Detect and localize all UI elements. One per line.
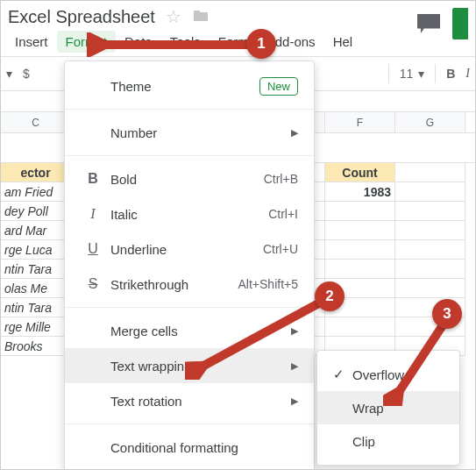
star-icon[interactable]: ☆ (166, 6, 181, 27)
cell[interactable]: rge Luca (1, 240, 71, 260)
arrow-1 (87, 32, 271, 57)
cell[interactable]: Brooks (1, 337, 71, 356)
menu-help[interactable]: Hel (324, 31, 362, 53)
svg-line-2 (395, 325, 443, 397)
italic-icon: I (81, 206, 105, 222)
arrow-3 (383, 318, 453, 406)
callout-3: 3 (432, 299, 462, 329)
bold-button[interactable]: B (446, 67, 455, 81)
italic-button[interactable]: I (465, 67, 470, 81)
callout-2: 2 (315, 281, 345, 311)
toolbar-dropdown[interactable]: ▾ (6, 67, 12, 81)
font-size[interactable]: 11 ▾ (400, 67, 424, 81)
svg-line-1 (197, 301, 323, 369)
header-cell-director[interactable]: ector (1, 163, 71, 182)
cell[interactable]: olas Me (1, 279, 71, 298)
strike-icon: S (81, 276, 105, 292)
cell[interactable]: ard Mar (1, 221, 71, 240)
currency-button[interactable]: $ (23, 67, 30, 81)
col-g[interactable]: G (395, 112, 465, 132)
col-f[interactable]: F (325, 112, 395, 132)
cell[interactable]: 1983 (325, 182, 395, 202)
title-bar: Excel Spreadsheet ☆ (1, 1, 475, 27)
menu-conditional-formatting[interactable]: Conditional formatting (65, 430, 314, 465)
col-c[interactable]: C (1, 112, 71, 132)
top-right-controls (417, 8, 468, 39)
doc-title[interactable]: Excel Spreadsheet (8, 7, 155, 27)
cell[interactable]: rge Mille (1, 317, 71, 337)
menu-number[interactable]: Number▶ (65, 115, 314, 150)
menu-insert[interactable]: Insert (6, 31, 57, 53)
check-icon: ✓ (333, 367, 352, 382)
menu-bold[interactable]: BBoldCtrl+B (65, 161, 314, 196)
bold-icon: B (81, 171, 105, 187)
comments-icon[interactable] (417, 14, 440, 33)
format-menu: Theme New Number▶ BBoldCtrl+B IItalicCtr… (64, 61, 315, 470)
folder-icon[interactable] (192, 7, 210, 27)
cell[interactable]: ntin Tara (1, 260, 71, 279)
menu-text-rotation[interactable]: Text rotation▶ (65, 383, 314, 418)
submenu-clip[interactable]: Clip (317, 424, 459, 458)
menu-italic[interactable]: IItalicCtrl+I (65, 196, 314, 231)
callout-1: 1 (246, 29, 276, 59)
cell[interactable]: ntin Tara (1, 298, 71, 317)
menu-underline[interactable]: UUnderlineCtrl+U (65, 231, 314, 267)
cell[interactable]: am Fried (1, 182, 71, 202)
chevron-right-icon: ▶ (291, 395, 298, 407)
share-button[interactable] (452, 8, 468, 39)
underline-icon: U (81, 241, 105, 257)
chevron-right-icon: ▶ (291, 127, 298, 139)
cell[interactable]: dey Poll (1, 202, 71, 221)
menu-theme[interactable]: Theme New (65, 68, 314, 103)
arrow-2 (185, 292, 334, 380)
header-cell-count[interactable]: Count (325, 163, 395, 182)
new-badge: New (259, 77, 298, 96)
